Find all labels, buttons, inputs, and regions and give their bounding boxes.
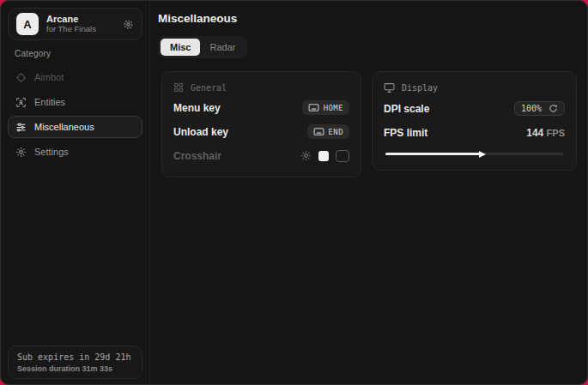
sidebar-nav: Aimbot Entities bbox=[1, 66, 149, 163]
fps-number: 144 bbox=[526, 127, 543, 139]
main-panel: Miscellaneous Misc Radar General bbox=[150, 1, 588, 384]
crosshair-row: Crosshair bbox=[173, 146, 349, 165]
display-card: Display DPI scale 100% bbox=[372, 71, 577, 171]
keyboard-icon bbox=[308, 103, 319, 112]
keyboard-icon bbox=[313, 127, 324, 136]
general-card: General Menu key HOME bbox=[161, 71, 361, 177]
dpi-scale-label: DPI scale bbox=[384, 103, 429, 115]
menu-key-bind-button[interactable]: HOME bbox=[302, 100, 349, 115]
dpi-scale-value: 100% bbox=[521, 104, 542, 113]
fps-limit-slider[interactable] bbox=[385, 153, 563, 155]
sliders-icon bbox=[15, 122, 27, 133]
brand-text: Arcane for The Finals bbox=[46, 14, 96, 34]
sidebar-item-label: Miscellaneous bbox=[34, 122, 94, 132]
general-card-header: General bbox=[173, 82, 349, 93]
subscription-info: Sub expires in 29d 21h Session duration … bbox=[8, 346, 142, 379]
fps-limit-value: 144 FPS bbox=[526, 127, 565, 139]
sidebar-item-label: Aimbot bbox=[34, 72, 64, 82]
session-duration-text: Session duration 31m 33s bbox=[17, 364, 133, 373]
entities-icon bbox=[15, 97, 27, 108]
sidebar-item-label: Entities bbox=[34, 97, 65, 107]
sync-icon[interactable] bbox=[123, 19, 134, 30]
monitor-icon bbox=[384, 82, 395, 93]
menu-key-value: HOME bbox=[324, 104, 343, 112]
fps-unit: FPS bbox=[547, 128, 565, 138]
crosshair-color-swatch[interactable] bbox=[318, 151, 329, 161]
page-title: Miscellaneous bbox=[158, 12, 577, 25]
sub-expiry-text: Sub expires in 29d 21h bbox=[17, 352, 133, 362]
unload-key-value: END bbox=[329, 128, 343, 136]
app-window: A Arcane for The Finals Category bbox=[0, 0, 588, 385]
fps-slider-thumb[interactable] bbox=[479, 151, 486, 158]
gear-icon bbox=[15, 147, 27, 158]
display-card-header: Display bbox=[384, 82, 565, 93]
unload-key-row: Unload key END bbox=[173, 122, 349, 141]
sidebar-item-aimbot[interactable]: Aimbot bbox=[8, 66, 142, 88]
general-card-title: General bbox=[191, 83, 227, 93]
sidebar-item-entities[interactable]: Entities bbox=[8, 91, 142, 113]
sidebar-item-label: Settings bbox=[34, 147, 69, 157]
crosshair-icon bbox=[15, 72, 27, 83]
brand-name: Arcane bbox=[46, 14, 96, 25]
crosshair-label: Crosshair bbox=[173, 150, 221, 162]
tab-misc[interactable]: Misc bbox=[161, 39, 200, 56]
tab-radar[interactable]: Radar bbox=[200, 39, 245, 56]
menu-key-label: Menu key bbox=[173, 102, 221, 114]
brand-subtitle: for The Finals bbox=[46, 25, 96, 34]
brand-card: A Arcane for The Finals bbox=[8, 8, 142, 40]
rotate-icon[interactable] bbox=[549, 104, 558, 113]
fps-limit-label: FPS limit bbox=[384, 127, 427, 139]
sidebar-item-settings[interactable]: Settings bbox=[8, 141, 142, 163]
grid-icon bbox=[173, 82, 184, 93]
unload-key-label: Unload key bbox=[173, 126, 228, 138]
fps-slider-fill bbox=[385, 153, 482, 155]
dpi-scale-control[interactable]: 100% bbox=[514, 101, 565, 116]
dpi-scale-row: DPI scale 100% bbox=[384, 99, 565, 118]
category-label: Category bbox=[15, 49, 149, 58]
app-logo: A bbox=[16, 13, 39, 35]
gear-icon[interactable] bbox=[300, 150, 312, 161]
crosshair-controls bbox=[300, 150, 349, 162]
menu-key-row: Menu key HOME bbox=[173, 98, 349, 117]
display-card-title: Display bbox=[402, 83, 438, 93]
unload-key-bind-button[interactable]: END bbox=[307, 124, 349, 139]
cards-row: General Menu key HOME bbox=[161, 71, 577, 177]
tab-bar: Misc Radar bbox=[158, 36, 247, 58]
fps-limit-row: FPS limit 144 FPS bbox=[384, 123, 565, 142]
sidebar-item-miscellaneous[interactable]: Miscellaneous bbox=[8, 116, 142, 138]
sidebar: A Arcane for The Finals Category bbox=[1, 1, 150, 384]
crosshair-checkbox[interactable] bbox=[336, 150, 349, 162]
